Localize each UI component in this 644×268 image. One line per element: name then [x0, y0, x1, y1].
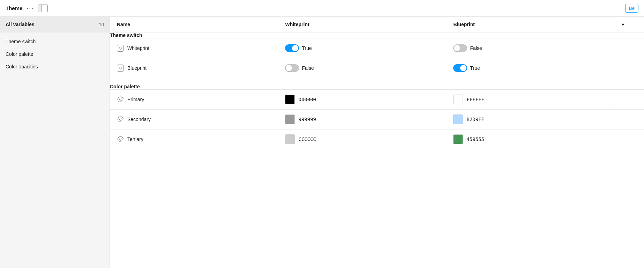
var-name-primary: Primary: [127, 97, 144, 102]
add-column-button[interactable]: +: [614, 17, 644, 32]
toggle-label: True: [302, 45, 312, 51]
var-name-blueprint: Blueprint: [127, 65, 147, 71]
svg-point-0: [119, 99, 120, 100]
whiteprint-cell-secondary[interactable]: 999999: [278, 109, 446, 129]
color-value-tertiary-bp: 459555: [466, 136, 484, 142]
color-value-primary-bp: FFFFFF: [466, 97, 484, 102]
all-variables-count: 10: [99, 22, 104, 27]
svg-point-3: [119, 119, 120, 120]
svg-point-7: [120, 138, 120, 139]
color-swatch-secondary-bp[interactable]: [453, 114, 463, 124]
toggle-label: True: [470, 65, 480, 71]
col-whiteprint: Whiteprint: [278, 17, 446, 32]
toggle-track[interactable]: [453, 64, 467, 72]
var-name-secondary: Secondary: [127, 117, 151, 122]
svg-point-5: [121, 118, 121, 119]
whiteprint-cell-blueprint[interactable]: False: [278, 58, 446, 78]
more-options-button[interactable]: ···: [27, 5, 34, 12]
palette-icon: [117, 136, 124, 143]
variable-icon: [117, 65, 124, 72]
svg-point-6: [119, 139, 120, 140]
toggle-label: False: [302, 65, 314, 71]
toggle-whiteprint-bp[interactable]: False: [453, 44, 482, 52]
palette-icon: [117, 96, 124, 103]
toggle-whiteprint-wp[interactable]: True: [285, 44, 312, 52]
beta-button[interactable]: Be: [625, 4, 638, 13]
app-title: Theme: [6, 5, 22, 11]
col-name: Name: [110, 17, 278, 32]
toggle-blueprint-bp[interactable]: True: [453, 64, 480, 72]
action-cell: [614, 109, 644, 129]
color-swatch-primary-bp[interactable]: [453, 95, 463, 104]
section-spacer: [110, 78, 644, 84]
name-cell-primary: Primary: [110, 89, 278, 109]
color-value-tertiary-wp: CCCCCC: [298, 136, 316, 142]
name-cell-whiteprint: Whiteprint: [110, 38, 278, 58]
svg-point-2: [121, 98, 121, 99]
color-swatch-secondary-wp[interactable]: [285, 114, 295, 124]
table-row: Secondary 999999 B2D9F: [110, 109, 644, 129]
var-name-tertiary: Tertiary: [127, 136, 143, 142]
svg-point-1: [120, 98, 120, 99]
action-cell: [614, 129, 644, 149]
color-value-primary-wp: 000000: [298, 97, 316, 102]
table-row: Primary 000000 FFFFFF: [110, 89, 644, 109]
section-header-color-palette: Color palette: [110, 84, 644, 90]
action-cell: [614, 89, 644, 109]
color-swatch-primary-wp[interactable]: [285, 95, 295, 104]
action-cell: [614, 58, 644, 78]
all-variables-section[interactable]: All variables 10: [0, 17, 110, 32]
table-row: Whiteprint True: [110, 38, 644, 58]
name-cell-secondary: Secondary: [110, 109, 278, 129]
toggle-label: False: [470, 45, 482, 51]
color-value-secondary-wp: 999999: [298, 117, 316, 122]
table-row: Tertiary CCCCCC 459555: [110, 129, 644, 149]
toggle-track[interactable]: [453, 44, 467, 52]
top-bar: Theme ··· Be: [0, 0, 644, 17]
blueprint-cell-secondary[interactable]: B2D9FF: [446, 109, 614, 129]
variable-icon: [117, 45, 124, 52]
svg-point-8: [121, 138, 121, 139]
svg-point-4: [120, 118, 120, 119]
all-variables-label: All variables: [6, 22, 35, 27]
section-header-theme-switch: Theme switch: [110, 32, 644, 38]
main-layout: All variables 10 Theme switch Color pale…: [0, 17, 644, 268]
app-container: Theme ··· Be All variables 10 Theme swit…: [0, 0, 644, 268]
color-value-secondary-bp: B2D9FF: [466, 117, 484, 122]
whiteprint-cell-tertiary[interactable]: CCCCCC: [278, 129, 446, 149]
whiteprint-cell-primary[interactable]: 000000: [278, 89, 446, 109]
blueprint-cell-blueprint[interactable]: True: [446, 58, 614, 78]
sidebar: All variables 10 Theme switch Color pale…: [0, 17, 110, 268]
toggle-blueprint-wp[interactable]: False: [285, 64, 314, 72]
toggle-track[interactable]: [285, 64, 299, 72]
sidebar-item-color-palette[interactable]: Color palette: [0, 48, 110, 60]
variables-table: Name Whiteprint Blueprint + Theme switch: [110, 17, 644, 149]
sidebar-items: Theme switch Color palette Color opaciti…: [0, 32, 110, 76]
panel-toggle-icon[interactable]: [38, 5, 48, 12]
content-area: Name Whiteprint Blueprint + Theme switch: [110, 17, 644, 268]
sidebar-item-color-opacities[interactable]: Color opacities: [0, 60, 110, 73]
color-swatch-tertiary-bp[interactable]: [453, 134, 463, 144]
name-cell-tertiary: Tertiary: [110, 129, 278, 149]
table-row: Blueprint False: [110, 58, 644, 78]
blueprint-cell-tertiary[interactable]: 459555: [446, 129, 614, 149]
toggle-track[interactable]: [285, 44, 299, 52]
sidebar-item-theme-switch[interactable]: Theme switch: [0, 35, 110, 48]
action-cell: [614, 38, 644, 58]
palette-icon: [117, 116, 124, 123]
name-cell-blueprint: Blueprint: [110, 58, 278, 78]
blueprint-cell-whiteprint[interactable]: False: [446, 38, 614, 58]
color-swatch-tertiary-wp[interactable]: [285, 134, 295, 144]
var-name-whiteprint: Whiteprint: [127, 45, 149, 51]
col-blueprint: Blueprint: [446, 17, 614, 32]
whiteprint-cell-whiteprint[interactable]: True: [278, 38, 446, 58]
blueprint-cell-primary[interactable]: FFFFFF: [446, 89, 614, 109]
